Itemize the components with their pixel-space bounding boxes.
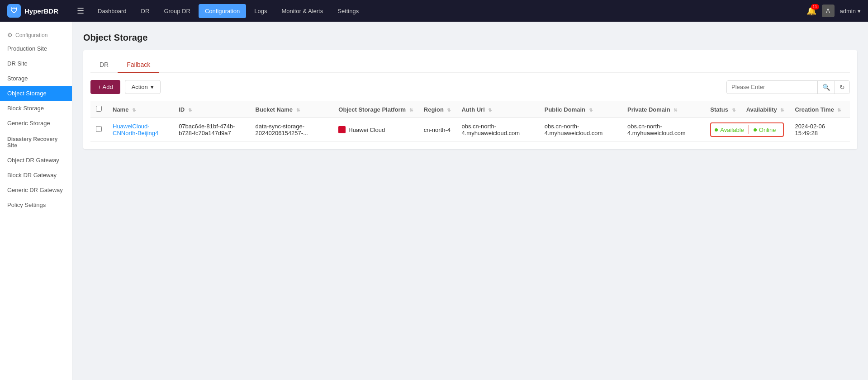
row-private-domain: obs.cn-north-4.myhuaweicloud.com — [627, 123, 686, 136]
nav-configuration[interactable]: Configuration — [199, 4, 246, 18]
row-public-domain: obs.cn-north-4.myhuaweicloud.com — [545, 123, 603, 136]
huawei-cloud-icon — [338, 126, 346, 133]
tabs: DR Failback — [90, 57, 850, 73]
tab-failback[interactable]: Failback — [118, 57, 159, 73]
status-divider — [749, 125, 749, 134]
th-status: Status ⇅ — [705, 101, 740, 118]
main-content: Object Storage DR Failback + Add Action … — [72, 22, 868, 380]
sort-platform-icon: ⇅ — [409, 108, 413, 113]
app-logo[interactable]: 🛡 HyperBDR — [7, 4, 66, 18]
row-public-cell: obs.cn-north-4.myhuaweicloud.com — [539, 118, 622, 142]
sort-id-icon: ⇅ — [188, 108, 192, 113]
availability-label: Online — [759, 127, 776, 133]
user-dropdown-icon: ▾ — [858, 8, 861, 14]
storage-table: Name ⇅ ID ⇅ Bucket Name ⇅ — [90, 101, 850, 142]
nav-dashboard[interactable]: Dashboard — [91, 4, 133, 18]
sidebar-item-object-storage[interactable]: Object Storage — [0, 86, 72, 101]
nav-right: 🔔 11 A admin ▾ — [806, 5, 861, 17]
row-platform: Huawei Cloud — [338, 126, 413, 133]
sidebar-item-generic-storage[interactable]: Generic Storage — [0, 116, 72, 131]
config-icon: ⚙ — [7, 32, 13, 38]
sort-public-icon: ⇅ — [589, 108, 593, 113]
app-name: HyperBDR — [24, 7, 58, 15]
availability-dot — [754, 128, 757, 131]
status-dot — [715, 128, 718, 131]
th-auth-url: Auth Url ⇅ — [456, 101, 539, 118]
sidebar-item-storage[interactable]: Storage — [0, 71, 72, 86]
sort-private-icon: ⇅ — [674, 108, 677, 113]
refresh-button[interactable]: ↻ — [835, 81, 849, 94]
row-bucket-cell: data-sync-storage-20240206154257-... — [250, 118, 333, 142]
th-region: Region ⇅ — [418, 101, 456, 118]
th-public-domain: Public Domain ⇅ — [539, 101, 622, 118]
row-name-link[interactable]: HuaweiCloud-CNNorth-Beijing4 — [113, 123, 158, 136]
th-checkbox — [90, 101, 107, 118]
row-status: Available — [715, 127, 744, 133]
nav-logs[interactable]: Logs — [248, 4, 273, 18]
tab-dr[interactable]: DR — [90, 57, 118, 73]
nav-dr[interactable]: DR — [135, 4, 156, 18]
add-button[interactable]: + Add — [90, 80, 120, 94]
table-container: Name ⇅ ID ⇅ Bucket Name ⇅ — [90, 101, 850, 142]
action-label: Action — [132, 84, 148, 90]
sort-time-icon: ⇅ — [837, 108, 841, 113]
page-title: Object Storage — [83, 33, 857, 43]
user-avatar[interactable]: A — [822, 5, 835, 17]
row-checkbox-cell — [90, 118, 107, 142]
sidebar-item-dr-site[interactable]: DR Site — [0, 56, 72, 71]
row-private-cell: obs.cn-north-4.myhuaweicloud.com — [622, 118, 705, 142]
sidebar-item-policy-settings[interactable]: Policy Settings — [0, 197, 72, 212]
search-button[interactable]: 🔍 — [817, 81, 835, 94]
search-box: 🔍 ↻ — [726, 80, 850, 94]
th-id: ID ⇅ — [173, 101, 250, 118]
top-nav: 🛡 HyperBDR ☰ Dashboard DR Group DR Confi… — [0, 0, 868, 22]
layout: ⚙ Configuration Production Site DR Site … — [0, 22, 868, 380]
sidebar-item-generic-dr-gateway[interactable]: Generic DR Gateway — [0, 183, 72, 197]
th-private-domain: Private Domain ⇅ — [622, 101, 705, 118]
th-platform: Object Storage Platform ⇅ — [333, 101, 418, 118]
row-auth-url: obs.cn-north-4.myhuaweicloud.com — [461, 123, 520, 136]
nav-settings[interactable]: Settings — [331, 4, 365, 18]
sidebar-item-disaster-recovery-header: Disastery Recovery Site — [0, 131, 72, 153]
sidebar-item-block-dr-gateway[interactable]: Block DR Gateway — [0, 168, 72, 183]
logo-icon: 🛡 — [7, 4, 21, 18]
nav-monitor-alerts[interactable]: Monitor & Alerts — [275, 4, 329, 18]
sort-region-icon: ⇅ — [447, 108, 451, 113]
row-id: 07bac64e-81bf-474b-b728-fc70a147d9a7 — [179, 123, 235, 136]
sidebar-section-title: Configuration — [15, 32, 47, 38]
notification-bell[interactable]: 🔔 11 — [806, 6, 816, 16]
sidebar-section-config: ⚙ Configuration — [0, 27, 72, 41]
username: admin — [840, 8, 856, 14]
sort-auth-icon: ⇅ — [488, 108, 492, 113]
row-checkbox[interactable] — [96, 126, 102, 132]
sidebar-item-production-site[interactable]: Production Site — [0, 41, 72, 56]
row-platform-cell: Huawei Cloud — [333, 118, 418, 142]
row-auth-cell: obs.cn-north-4.myhuaweicloud.com — [456, 118, 539, 142]
row-status-availability-cell: Available Online — [705, 118, 789, 142]
row-bucket: data-sync-storage-20240206154257-... — [256, 123, 308, 136]
row-availability: Online — [754, 127, 776, 133]
action-dropdown-icon: ▾ — [151, 84, 154, 90]
sort-name-icon: ⇅ — [132, 108, 136, 113]
notification-badge: 11 — [811, 4, 819, 9]
content-card: DR Failback + Add Action ▾ 🔍 ↻ — [83, 50, 857, 149]
user-menu[interactable]: admin ▾ — [840, 8, 861, 14]
search-input[interactable] — [727, 81, 817, 93]
sidebar: ⚙ Configuration Production Site DR Site … — [0, 22, 72, 380]
nav-group-dr[interactable]: Group DR — [157, 4, 197, 18]
row-creation-cell: 2024-02-06 15:49:28 — [789, 118, 850, 142]
row-region: cn-north-4 — [424, 127, 451, 133]
row-creation-time: 2024-02-06 15:49:28 — [795, 123, 825, 136]
th-name: Name ⇅ — [107, 101, 173, 118]
sidebar-item-object-dr-gateway[interactable]: Object DR Gateway — [0, 153, 72, 168]
hamburger-button[interactable]: ☰ — [77, 6, 84, 16]
action-button[interactable]: Action ▾ — [125, 80, 161, 94]
row-name-cell: HuaweiCloud-CNNorth-Beijing4 — [107, 118, 173, 142]
table-body: HuaweiCloud-CNNorth-Beijing4 07bac64e-81… — [90, 118, 850, 142]
sort-avail-icon: ⇅ — [780, 108, 784, 113]
nav-items: Dashboard DR Group DR Configuration Logs… — [91, 4, 806, 18]
select-all-checkbox[interactable] — [96, 106, 102, 112]
sort-status-icon: ⇅ — [732, 108, 735, 113]
th-availability: Availability ⇅ — [741, 101, 790, 118]
sidebar-item-block-storage[interactable]: Block Storage — [0, 101, 72, 116]
